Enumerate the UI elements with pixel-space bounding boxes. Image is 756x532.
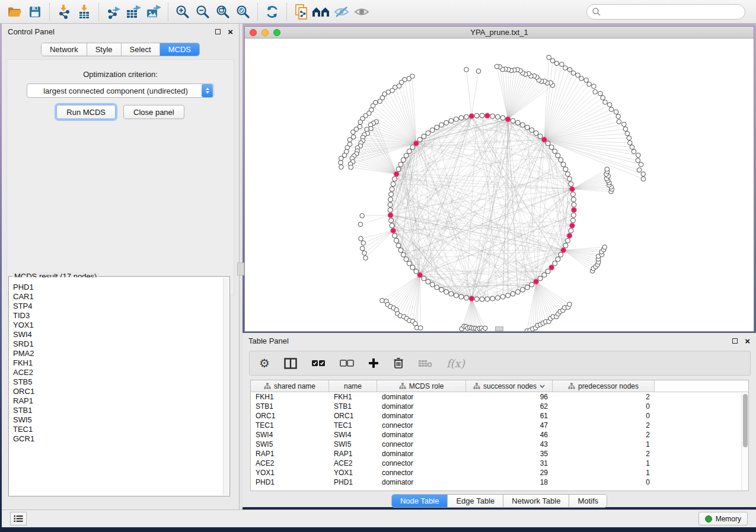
table-scrollbar[interactable] xyxy=(741,393,748,491)
table-cell-mcds-role: connector xyxy=(377,468,466,477)
criterion-select[interactable]: largest connected component (undirected) xyxy=(27,84,214,98)
table-row[interactable]: YOX1YOX1connector291 xyxy=(251,468,748,477)
splitter-handle[interactable] xyxy=(237,262,244,275)
memory-status-dot-icon xyxy=(705,515,712,523)
mcds-result-item[interactable]: RAP1 xyxy=(13,396,223,406)
node-table: shared namenameMCDS rolesuccessor nodesp… xyxy=(250,380,749,491)
column-header-name[interactable]: name xyxy=(329,380,377,392)
table-settings-gear-icon[interactable]: ⚙ xyxy=(259,355,270,371)
table-scrollbar-thumb[interactable] xyxy=(743,394,748,447)
close-window-icon[interactable] xyxy=(250,29,257,36)
save-session-icon[interactable] xyxy=(25,2,45,21)
table-row[interactable]: ACE2ACE2connector311 xyxy=(251,459,748,468)
table-row[interactable]: TEC1TEC1connector472 xyxy=(251,421,748,430)
show-all-icon[interactable] xyxy=(352,2,372,21)
table-cell-mcds-role: dominator xyxy=(377,392,466,402)
mcds-result-item[interactable]: TID3 xyxy=(13,311,223,321)
table-tab-edge-table[interactable]: Edge Table xyxy=(447,495,503,507)
refresh-layout-icon[interactable] xyxy=(262,2,282,21)
toolbar-separator xyxy=(257,3,258,21)
task-history-button[interactable] xyxy=(10,512,27,525)
minimize-window-icon[interactable] xyxy=(261,29,269,36)
table-row[interactable]: RAP1RAP1dominator352 xyxy=(251,449,748,459)
run-mcds-button[interactable]: Run MCDS xyxy=(56,105,116,119)
export-network-icon[interactable] xyxy=(103,2,123,21)
mcds-result-item[interactable]: YOX1 xyxy=(13,321,223,330)
mcds-result-item[interactable]: PMA2 xyxy=(13,349,223,358)
mcds-result-item[interactable]: ORC1 xyxy=(13,387,223,396)
export-table-icon[interactable] xyxy=(123,2,143,21)
mcds-result-item[interactable]: STP4 xyxy=(13,302,223,311)
maximize-window-icon[interactable] xyxy=(273,29,280,36)
table-tab-node-table[interactable]: Node Table xyxy=(392,495,448,507)
float-panel-icon[interactable] xyxy=(732,338,738,344)
delete-column-icon[interactable] xyxy=(393,355,404,371)
table-row[interactable]: SWI4SWI4dominator462 xyxy=(251,430,748,440)
search-input[interactable] xyxy=(601,6,745,18)
import-network-icon[interactable] xyxy=(54,2,74,21)
tab-network[interactable]: Network xyxy=(42,43,87,56)
table-cell-shared-name: SWI5 xyxy=(251,440,329,449)
column-type-icon xyxy=(399,383,406,389)
table-cell-name: TEC1 xyxy=(329,421,377,430)
open-file-icon[interactable] xyxy=(5,2,25,21)
table-row[interactable]: ORC1ORC1dominator610 xyxy=(251,411,748,421)
zoom-in-icon[interactable] xyxy=(173,2,193,21)
mcds-result-item[interactable]: SRD1 xyxy=(13,339,223,349)
table-tab-motifs[interactable]: Motifs xyxy=(569,495,607,507)
zoom-out-icon[interactable] xyxy=(193,2,213,21)
tab-mcds[interactable]: MCDS xyxy=(160,43,199,56)
mcds-result-item[interactable]: FKH1 xyxy=(13,358,223,368)
table-row[interactable]: FKH1FKH1dominator962 xyxy=(251,392,748,402)
tab-style[interactable]: Style xyxy=(87,43,121,56)
network-canvas[interactable] xyxy=(245,39,754,331)
table-row[interactable]: PHD1PHD1dominator180 xyxy=(251,477,748,487)
zoom-selected-icon[interactable] xyxy=(233,2,253,21)
first-neighbors-icon[interactable] xyxy=(311,2,331,21)
table-cell-name: SWI5 xyxy=(329,440,377,449)
mcds-result-item[interactable]: ACE2 xyxy=(13,368,223,377)
optimization-criterion-label: Optimization criterion: xyxy=(7,70,234,79)
mcds-result-item[interactable]: CAR1 xyxy=(13,292,223,302)
mcds-result-item[interactable]: PHD1 xyxy=(13,283,223,292)
table-tab-network-table[interactable]: Network Table xyxy=(503,495,569,507)
mcds-result-list[interactable]: PHD1CAR1STP4TID3YOX1SWI4SRD1PMA2FKH1ACE2… xyxy=(9,277,223,495)
control-panel: Control Panel × NetworkStyleSelectMCDS O… xyxy=(2,24,240,509)
float-panel-icon[interactable] xyxy=(215,29,221,34)
network-nodes[interactable] xyxy=(339,55,646,331)
mcds-result-item[interactable]: TEC1 xyxy=(13,425,223,434)
horizontal-splitter-handle[interactable] xyxy=(495,326,503,331)
network-window: YPA_prune.txt_1 xyxy=(244,26,754,332)
show-columns-icon[interactable] xyxy=(284,355,297,371)
column-header-shared-name[interactable]: shared name xyxy=(251,380,329,392)
table-row[interactable]: SWI5SWI5connector431 xyxy=(251,440,748,449)
select-all-rows-icon[interactable] xyxy=(311,355,326,371)
import-table-icon[interactable] xyxy=(74,2,94,21)
close-panel-button[interactable]: Close panel xyxy=(123,105,184,119)
column-header-mcds-role[interactable]: MCDS role xyxy=(377,380,466,392)
mcds-list-scrollbar[interactable] xyxy=(223,277,229,495)
hide-selected-icon[interactable] xyxy=(331,2,352,21)
memory-button[interactable]: Memory xyxy=(698,512,748,525)
column-header-successor-nodes[interactable]: successor nodes xyxy=(466,380,553,392)
table-cell-name: SWI4 xyxy=(329,430,377,440)
column-header-predecessor-nodes[interactable]: predecessor nodes xyxy=(553,380,655,392)
table-cell-shared-name: RAP1 xyxy=(251,449,329,459)
table-row[interactable]: STB1STB1dominator620 xyxy=(251,402,748,411)
mcds-result-item[interactable]: SWI5 xyxy=(13,415,223,425)
table-header-row: shared namenameMCDS rolesuccessor nodesp… xyxy=(251,380,748,392)
create-column-icon[interactable] xyxy=(368,355,379,371)
close-panel-icon[interactable]: × xyxy=(228,29,233,34)
clone-network-icon[interactable] xyxy=(291,2,311,21)
tab-select[interactable]: Select xyxy=(121,43,160,56)
mcds-result-item[interactable]: STB5 xyxy=(13,377,223,387)
mcds-result-item[interactable]: SWI4 xyxy=(13,330,223,339)
mcds-result-item[interactable]: GCR1 xyxy=(13,434,223,444)
deselect-all-rows-icon[interactable] xyxy=(340,355,354,371)
mcds-result-item[interactable]: STB1 xyxy=(13,406,223,415)
export-image-icon[interactable] xyxy=(143,2,164,21)
table-cell-mcds-role: dominator xyxy=(377,449,466,459)
zoom-fit-icon[interactable] xyxy=(213,2,233,21)
close-panel-icon[interactable]: × xyxy=(745,338,750,344)
table-cell-predecessor-nodes: 0 xyxy=(553,477,655,487)
